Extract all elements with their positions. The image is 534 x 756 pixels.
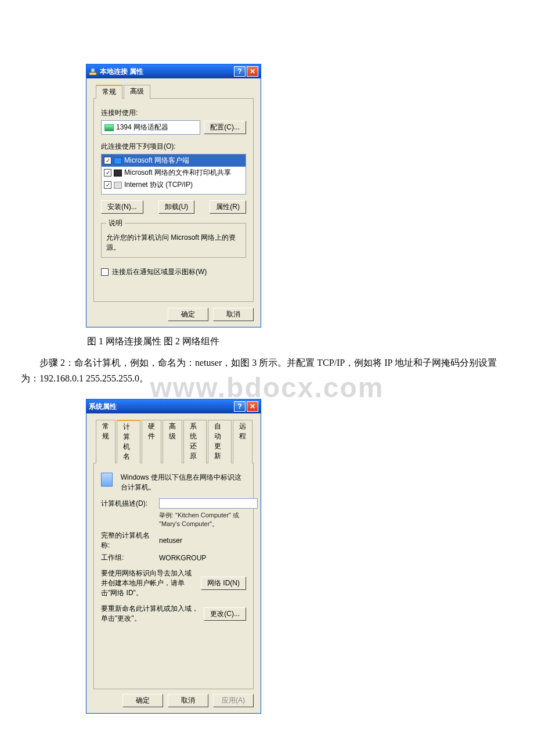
computer-icon (101, 473, 113, 487)
tab-general[interactable]: 常规 (96, 85, 122, 99)
uninstall-button[interactable]: 卸载(U) (158, 200, 195, 214)
description-legend: 说明 (106, 218, 125, 228)
tab-advanced[interactable]: 高级 (124, 85, 150, 99)
description-label: 计算机描述(D): (101, 499, 153, 509)
checkbox-icon[interactable]: ✓ (104, 181, 111, 189)
ok-button[interactable]: 确定 (122, 694, 163, 707)
component-name: Internet 协议 (TCP/IP) (124, 180, 193, 190)
list-item[interactable]: ✓ Microsoft 网络客户端 (102, 154, 246, 167)
rename-text: 要重新命名此计算机或加入域，单击"更改"。 (101, 604, 199, 624)
svg-rect-0 (89, 73, 96, 75)
dialog2-titlebar[interactable]: 系统属性 ? ✕ (86, 399, 261, 413)
dialog2-tabs: 常规 计算机名 硬件 高级 系统还原 自动更新 远程 (93, 419, 254, 463)
properties-button[interactable]: 属性(R) (210, 200, 246, 214)
network-icon (89, 67, 97, 75)
description-text: 允许您的计算机访问 Microsoft 网络上的资源。 (106, 233, 241, 253)
local-connection-properties-dialog: 本地连接 属性 ? ✕ 常规 高级 连接时使用: 1394 网络适配器 (86, 64, 261, 327)
fullname-label: 完整的计算机名称: (101, 531, 153, 550)
tab-auto-update[interactable]: 自动更新 (208, 420, 232, 463)
items-label: 此连接使用下列项目(O): (101, 142, 246, 152)
description-example: 举例: "Kitchen Computer" 或 "Mary's Compute… (159, 511, 258, 528)
fullname-value: netuser (159, 537, 258, 545)
protocol-icon (114, 182, 122, 189)
dialog1-tabs: 常规 高级 (93, 84, 254, 99)
tab-computer-name[interactable]: 计算机名 (117, 420, 140, 463)
show-icon-checkbox[interactable] (101, 268, 109, 276)
close-button[interactable]: ✕ (247, 66, 258, 77)
configure-button[interactable]: 配置(C)... (204, 121, 246, 134)
description-group: 说明 允许您的计算机访问 Microsoft 网络上的资源。 (101, 218, 246, 258)
intro-text: Windows 使用以下信息在网络中标识这台计算机。 (121, 473, 246, 492)
connect-using-label: 连接时使用: (101, 108, 246, 118)
tab-general[interactable]: 常规 (96, 420, 116, 463)
figure-caption-1: 图 1 网络连接属性 图 2 网络组件 (0, 327, 534, 348)
tab-advanced[interactable]: 高级 (163, 420, 182, 463)
dialog1-title: 本地连接 属性 (100, 67, 143, 77)
adapter-icon (104, 124, 114, 131)
dialog1-titlebar[interactable]: 本地连接 属性 ? ✕ (86, 64, 261, 78)
share-icon (114, 170, 122, 177)
help-button[interactable]: ? (234, 401, 246, 412)
checkbox-icon[interactable]: ✓ (104, 169, 111, 177)
network-id-text: 要使用网络标识向导去加入域并创建本地用户帐户，请单击"网络 ID"。 (101, 568, 196, 598)
close-button[interactable]: ✕ (247, 401, 258, 412)
system-properties-dialog: 系统属性 ? ✕ 常规 计算机名 硬件 高级 系统还原 自动更新 远程 (86, 399, 261, 714)
ok-button[interactable]: 确定 (168, 308, 208, 321)
network-id-button[interactable]: 网络 ID(N) (201, 577, 246, 590)
computer-description-input[interactable] (159, 498, 258, 509)
help-button[interactable]: ? (234, 66, 246, 77)
dialog2-title: 系统属性 (89, 402, 117, 412)
client-icon (114, 157, 122, 164)
workgroup-label: 工作组: (101, 553, 153, 563)
list-item[interactable]: ✓ Microsoft 网络的文件和打印机共享 (102, 167, 246, 179)
checkbox-icon[interactable]: ✓ (104, 157, 111, 164)
component-name: Microsoft 网络客户端 (124, 156, 189, 165)
list-item[interactable]: ✓ Internet 协议 (TCP/IP) (102, 179, 246, 191)
workgroup-value: WORKGROUP (159, 554, 258, 562)
adapter-name: 1394 网络适配器 (116, 123, 168, 132)
cancel-button[interactable]: 取消 (213, 308, 254, 321)
cancel-button[interactable]: 取消 (168, 694, 208, 707)
components-list[interactable]: ✓ Microsoft 网络客户端 ✓ Microsoft 网络的文件和打印机共… (101, 154, 246, 195)
tab-system-restore[interactable]: 系统还原 (183, 420, 207, 463)
step2-paragraph: 步骤 2：命名计算机，例如，命名为：netuser，如图 3 所示。并配置 TC… (0, 348, 534, 386)
install-button[interactable]: 安装(N)... (101, 200, 143, 214)
tab-hardware[interactable]: 硬件 (142, 420, 161, 463)
adapter-field: 1394 网络适配器 (101, 120, 200, 135)
component-name: Microsoft 网络的文件和打印机共享 (124, 168, 231, 178)
show-icon-label: 连接后在通知区域显示图标(W) (112, 267, 207, 277)
svg-rect-1 (91, 69, 95, 72)
change-button[interactable]: 更改(C)... (204, 607, 246, 621)
tab-remote[interactable]: 远程 (233, 420, 252, 463)
apply-button[interactable]: 应用(A) (213, 694, 254, 707)
